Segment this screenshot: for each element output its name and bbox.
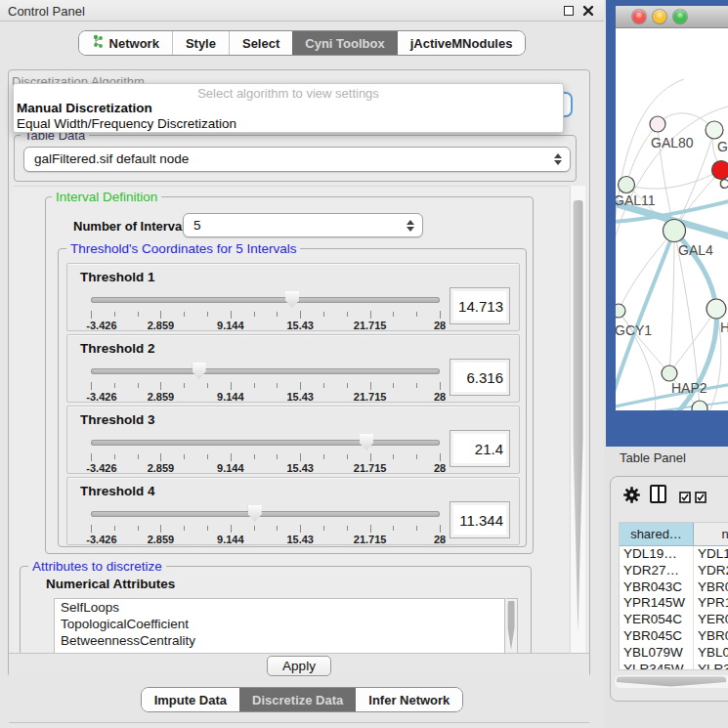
network-edge[interactable] [619, 311, 669, 373]
attributes-list-scrollbar[interactable] [506, 598, 518, 653]
network-node[interactable] [616, 304, 625, 318]
table-row[interactable]: YER054CYER0 [620, 612, 728, 628]
tab-style[interactable]: Style [173, 31, 230, 55]
threshold-value[interactable]: 14.713 [450, 287, 510, 324]
threshold-value[interactable]: 11.344 [450, 501, 510, 538]
algorithm-hint: Select algorithm to view settings [14, 84, 563, 101]
tab-network[interactable]: Network [79, 31, 173, 55]
table-data-combobox[interactable]: galFiltered.sif default node [23, 147, 571, 172]
cell-shared-name: YER054C [620, 612, 694, 628]
network-node-label: GCY1 [616, 322, 652, 338]
threshold-panel: Threshold 2-3.4262.8599.14415.4321.71528… [66, 334, 520, 403]
cell-name: YLR3 [694, 662, 728, 670]
network-node[interactable] [706, 121, 723, 139]
threshold-label: Threshold 2 [80, 341, 155, 356]
table-row[interactable]: YBL079WYBL0 [620, 645, 728, 662]
number-of-intervals-combobox[interactable]: 5 [183, 213, 423, 237]
network-node-label: GAL11 [616, 193, 656, 208]
tab-select[interactable]: Select [230, 31, 292, 55]
zoom-traffic-light-icon[interactable] [673, 10, 687, 23]
slider-thumb[interactable] [248, 505, 262, 522]
table-row[interactable]: YBR045CYBR0 [620, 628, 728, 645]
cell-name: YBR0 [694, 628, 728, 645]
cell-shared-name: YBR043C [620, 579, 694, 596]
slider-thumb[interactable] [193, 363, 206, 379]
table-row[interactable]: YLR345WYLR3 [620, 662, 728, 670]
gear-icon[interactable] [622, 486, 641, 508]
list-item[interactable]: TopologicalCoefficient [55, 616, 504, 632]
right-side-region: GAL80GACGAL11GAL4GCY1HHAP2 Table Panel s… [604, 0, 728, 728]
thresholds-group-label: Threshold's Coordinates for 5 Intervals [66, 241, 300, 256]
control-panel-window: Control Panel Network Style Select Cyni … [0, 0, 604, 728]
cell-name: YDL1 [694, 546, 728, 563]
column-header-shared[interactable]: shared… [620, 523, 694, 545]
combo-arrows-icon [407, 220, 415, 232]
cell-shared-name: YDL19… [620, 546, 694, 563]
network-node[interactable] [664, 220, 686, 242]
float-icon[interactable] [564, 6, 574, 16]
network-node[interactable] [650, 116, 665, 132]
interval-definition-group: Interval Definition Number of Intervals … [45, 196, 534, 554]
threshold-label: Threshold 1 [80, 270, 155, 284]
list-item[interactable]: SelfLoops [55, 599, 504, 616]
threshold-value[interactable]: 6.316 [450, 359, 510, 396]
threshold-slider[interactable]: -3.4262.8599.14415.4321.71528 [91, 363, 440, 400]
close-icon[interactable] [581, 3, 595, 19]
checkbox-icon[interactable] [679, 490, 691, 507]
network-node[interactable] [619, 177, 635, 193]
numerical-attributes-heading: Numerical Attributes [46, 577, 175, 591]
network-node[interactable] [662, 365, 677, 381]
tab-cyni-toolbox[interactable]: Cyni Toolbox [292, 31, 397, 55]
slider-ticks [91, 311, 440, 320]
network-edge[interactable] [669, 231, 674, 373]
cell-name: YPR1 [694, 595, 728, 612]
table-horizontal-scrollbar[interactable] [615, 675, 728, 688]
table-panel-title: Table Panel [620, 450, 686, 465]
list-item[interactable]: BetweennessCentrality [55, 632, 504, 649]
checkbox-icon[interactable] [695, 490, 707, 507]
slider-ticks [91, 453, 440, 462]
threshold-slider[interactable]: -3.4262.8599.14415.4321.71528 [91, 434, 440, 471]
tab-infer-network[interactable]: Infer Network [356, 688, 462, 711]
slider-tick-labels: -3.4262.8599.14415.4321.71528 [91, 462, 440, 474]
settings-vertical-scrollbar[interactable] [570, 186, 585, 653]
tab-impute-data[interactable]: Impute Data [142, 688, 239, 711]
network-edge[interactable] [626, 124, 658, 185]
network-node-label: HAP2 [671, 380, 707, 396]
table-row[interactable]: YBR043CYBR0 [620, 579, 728, 596]
threshold-panel: Threshold 3-3.4262.8599.14415.4321.71528… [66, 406, 520, 474]
tab-jactivemnodules[interactable]: jActiveMNodules [398, 31, 526, 55]
bottom-tab-bar: Impute Data Discretize Data Infer Networ… [0, 687, 604, 712]
numerical-attributes-list[interactable]: SelfLoopsTopologicalCoefficientBetweenne… [54, 598, 505, 653]
columns-icon[interactable] [650, 485, 666, 503]
threshold-slider[interactable]: -3.4262.8599.14415.4321.71528 [91, 291, 440, 328]
network-canvas[interactable]: GAL80GACGAL11GAL4GCY1HHAP2 [616, 28, 728, 410]
network-node[interactable] [692, 401, 707, 410]
tab-discretize-data[interactable]: Discretize Data [239, 688, 356, 711]
slider-ticks [91, 525, 440, 534]
table-data-selected-value: galFiltered.sif default node [34, 151, 189, 166]
slider-thumb[interactable] [360, 434, 373, 450]
algorithm-option-manual[interactable]: Manual Discretization [14, 101, 563, 116]
table-row[interactable]: YDR27…YDR2 [620, 563, 728, 579]
apply-button[interactable]: Apply [267, 656, 331, 676]
threshold-slider[interactable]: -3.4262.8599.14415.4321.71528 [91, 505, 440, 542]
column-header-name[interactable]: na [694, 523, 728, 545]
threshold-panel: Threshold 4-3.4262.8599.14415.4321.71528… [66, 477, 520, 545]
network-node-label: GAL4 [678, 242, 713, 258]
table-row[interactable]: YDL19…YDL1 [620, 546, 728, 563]
algorithm-option-equal-width[interactable]: Equal Width/Frequency Discretization [14, 116, 563, 132]
network-icon [92, 34, 105, 52]
control-panel-titlebar: Control Panel [0, 0, 604, 21]
number-of-intervals-label: Number of Intervals [73, 219, 193, 234]
network-node[interactable] [707, 299, 726, 319]
threshold-label: Threshold 4 [80, 484, 155, 498]
threshold-value[interactable]: 21.4 [450, 430, 510, 467]
slider-ticks [91, 382, 440, 391]
close-traffic-light-icon[interactable] [632, 10, 646, 23]
table-row[interactable]: YPR145WYPR1 [620, 595, 728, 612]
threshold-label: Threshold 3 [80, 412, 155, 427]
minimize-traffic-light-icon[interactable] [653, 10, 666, 23]
top-tab-bar: Network Style Select Cyni Toolbox jActiv… [0, 30, 604, 58]
slider-thumb[interactable] [285, 291, 299, 308]
